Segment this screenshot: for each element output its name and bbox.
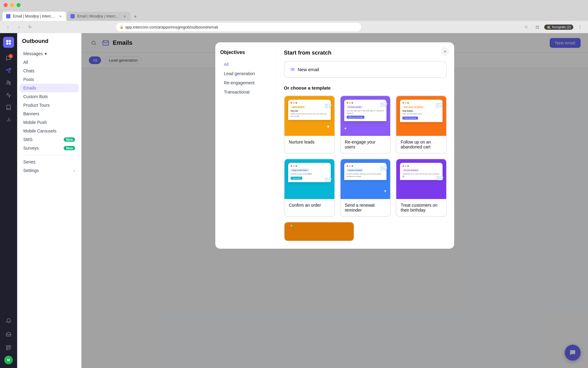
sidebar-item-surveys[interactable]: Surveys New [20,144,79,152]
browser-right-icons: ☆ ⊡ 🕵 Incognito (2) ⋮ [522,23,584,31]
svg-point-5 [7,81,9,82]
sidebar-item-settings[interactable]: Settings › [20,166,79,175]
nav-icon-book[interactable] [3,102,14,113]
sidebar-sms-label: SMS [23,137,32,142]
icon-nav-bottom: M [3,315,14,364]
modal-obj-all[interactable]: All [220,60,271,69]
modal-body: × Start from scratch ✉ New email Or choo… [277,42,454,249]
surveys-new-badge: New [64,146,75,150]
svg-rect-0 [6,40,9,42]
modal-obj-reengagement[interactable]: Re-engagement [220,79,271,87]
sidebar: Outbound Messages ▾ All Chats Posts Emai… [17,33,81,368]
incognito-badge: 🕵 Incognito (2) [544,25,573,30]
sidebar-item-custom-bots[interactable]: Custom Bots [20,92,79,101]
sidebar-surveys-label: Surveys [23,146,39,151]
sidebar-item-posts[interactable]: Posts [20,75,79,84]
template-renewal[interactable]: Account renewal Hi, just a friendly remi… [340,159,391,217]
sidebar-header: Outbound [17,38,81,49]
sidebar-banners-label: Banners [23,111,39,116]
nav-back[interactable]: ‹ [4,23,12,31]
svg-rect-1 [9,40,11,42]
browser-tab-2[interactable]: Email | Moodjoy | Intercom ✕ [67,12,130,21]
sidebar-item-mobile-carousels[interactable]: Mobile Carousels [20,127,79,135]
modal: Objectives All Lead generation Re-engage… [215,42,454,249]
template-birthday[interactable]: It's your birthday! Celebrate on us, wit… [396,159,447,217]
sidebar-messages-header[interactable]: Messages ▾ [20,49,79,58]
url-bar[interactable]: 🔒 app.intercom.com/a/apps/nnsgmgob/outbo… [116,23,361,31]
template-confirm-order[interactable]: Order confirmation Thanks for your order… [284,159,335,217]
browser-addressbar: ‹ › ↻ 🔒 app.intercom.com/a/apps/nnsgmgob… [0,21,588,33]
sidebar-item-all[interactable]: All [20,58,79,67]
dot-red[interactable] [4,3,8,7]
dot-green[interactable] [17,3,21,7]
lock-icon: 🔒 [120,25,123,29]
nav-icon-bar-chart[interactable] [3,114,14,125]
sidebar-item-chats[interactable]: Chats [20,67,79,75]
nav-icon-inbox[interactable] [3,329,14,340]
nav-icon-reports[interactable] [3,90,14,101]
template-re-engage-preview: It's been awhile! Your last login was a … [341,96,390,136]
templates-grid: Quick check-in Hey Ali, Ready to see wha… [284,95,447,217]
nav-icon-people[interactable] [3,77,14,88]
messages-label: Messages [23,51,43,56]
template-re-engage[interactable]: It's been awhile! Your last login was a … [340,95,391,154]
nav-icon-outbound[interactable] [3,65,14,76]
sidebar-chats-label: Chats [23,68,35,73]
svg-rect-10 [6,346,8,347]
sidebar-item-banners[interactable]: Banners [20,109,79,118]
main-content: Emails New email All Lead generation Obj… [81,33,588,368]
template-section-title: Or choose a template [284,85,447,90]
sidebar-settings-label: Settings [23,168,39,173]
template-birthday-label: Treat customers on their birthday [396,199,446,216]
tab2-favicon [70,14,75,18]
bookmark-icon[interactable]: ☆ [522,23,531,31]
tab1-favicon [6,14,10,18]
new-tab-button[interactable]: + [131,12,140,21]
template-nurture-label: Nurture leads [285,136,334,148]
user-avatar[interactable]: M [4,356,13,364]
nav-icon-apps[interactable] [3,342,14,353]
svg-rect-12 [6,348,8,350]
nav-icon-bell[interactable] [3,315,14,326]
url-text: app.intercom.com/a/apps/nnsgmgob/outboun… [125,25,218,29]
nav-forward[interactable]: › [15,23,23,31]
menu-icon[interactable]: ⋮ [576,23,584,31]
tab1-close[interactable]: ✕ [58,14,62,18]
sidebar-mobile-carousels-label: Mobile Carousels [23,128,56,133]
tab2-close[interactable]: ✕ [123,14,127,18]
template-renewal-preview: Account renewal Hi, just a friendly remi… [341,159,390,199]
browser-tab-1[interactable]: Email | Moodjoy | Intercom ✕ [2,12,66,21]
template-nurture-preview: Quick check-in Hey Ali, Ready to see wha… [285,96,334,136]
nav-icon-chat[interactable]: 1 [3,53,14,64]
sidebar-posts-label: Posts [23,77,34,82]
tab2-title: Email | Moodjoy | Intercom [77,14,120,18]
template-nurture-leads[interactable]: Quick check-in Hey Ali, Ready to see wha… [284,95,335,154]
nav-badge: 1 [9,54,13,58]
tab1-title: Email | Moodjoy | Intercom [13,14,56,18]
sidebar-item-product-tours[interactable]: Product Tours [20,101,79,109]
app-logo[interactable] [3,37,14,48]
sidebar-item-mobile-push[interactable]: Mobile Push [20,118,79,127]
browser-titlebar [0,0,588,10]
template-confirm-order-label: Confirm an order [285,199,334,211]
template-renewal-label: Send a renewal reminder [341,199,390,216]
template-partial-bottom[interactable] [284,222,354,241]
template-birthday-preview: It's your birthday! Celebrate on us, wit… [396,159,446,199]
modal-obj-lead[interactable]: Lead generation [220,69,271,78]
svg-rect-3 [9,43,11,45]
template-abandoned-cart[interactable]: Don't leave me behind! Hey Dylan, Your c… [396,95,447,154]
split-screen-icon[interactable]: ⊡ [533,23,542,31]
sidebar-item-series[interactable]: Series [20,158,79,166]
chevron-down-icon: ▾ [45,51,47,56]
nav-reload[interactable]: ↻ [26,23,34,31]
template-abandoned-cart-preview: Don't leave me behind! Hey Dylan, Your c… [396,96,446,136]
modal-close-button[interactable]: × [441,47,449,56]
new-email-card[interactable]: ✉ New email [284,61,447,78]
template-abandoned-cart-label: Follow up on an abandoned cart [396,136,446,153]
modal-obj-transactional[interactable]: Transactional [220,88,271,96]
sidebar-custom-bots-label: Custom Bots [23,94,48,99]
sidebar-item-emails[interactable]: Emails [20,84,79,92]
sidebar-item-sms[interactable]: SMS New [20,135,79,144]
dot-yellow[interactable] [10,3,14,7]
browser-chrome: Email | Moodjoy | Intercom ✕ Email | Moo… [0,0,588,33]
